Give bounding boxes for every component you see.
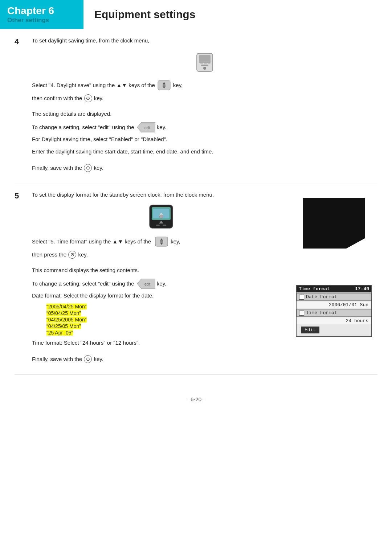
step4-select-line: Select "4. Daylight save" using the ▲▼ k… <box>32 80 377 91</box>
date-opt-3: “04/25/2005 Mon” <box>46 317 87 323</box>
phone-handset-icon <box>194 52 216 73</box>
step5-press-line: then press the ⊙ key. <box>32 249 290 260</box>
screen-header-row: Time format 17:40 <box>297 286 371 292</box>
svg-rect-20 <box>163 225 166 226</box>
step5-change-line: To change a setting, select "edit" using… <box>32 278 290 289</box>
title-block: Equipment settings <box>83 0 392 29</box>
svg-rect-5 <box>204 63 207 64</box>
step4-daylight-options: For Daylight saving time, select "Enable… <box>32 135 377 144</box>
chapter-subtitle: Other settings <box>7 17 76 24</box>
step-4-content: To set daylight saving time, from the cl… <box>28 36 377 176</box>
screen-header-value: 17:40 <box>355 286 369 292</box>
nav-device-icon-5-large <box>148 204 174 230</box>
step-5-content: To set the display format for the standb… <box>28 190 290 367</box>
step-4-number: 4 <box>15 36 28 176</box>
step-4-row: 4 To set daylight saving time, from the … <box>15 29 377 183</box>
screen-date-format-label: Date Format <box>306 294 369 300</box>
svg-text:edit: edit <box>144 282 150 286</box>
step5-intro: To set the display format for the standb… <box>32 190 290 199</box>
confirm-key-icon: ⊙ <box>84 94 92 102</box>
step5-time-format-label: Time format: Select "24 hours" or "12 ho… <box>32 338 290 347</box>
screen-date-value-row: 2006/01/01 Sun <box>297 301 371 308</box>
header-bar: Chapter 6 Other settings Equipment setti… <box>0 0 392 29</box>
chapter-label: Chapter 6 <box>7 5 76 17</box>
press-key-icon-5: ⊙ <box>68 251 76 259</box>
step4-confirm-line: then confirm with the ⊙ key. <box>32 93 377 104</box>
screen-date-format-row: Date Format <box>297 293 371 301</box>
device-image-top <box>303 198 365 249</box>
screen-mockup: Time format 17:40 Date Format 2006/01/01… <box>296 285 372 337</box>
screen-edit-row: Edit <box>297 324 371 336</box>
svg-point-24 <box>160 240 163 243</box>
time-format-icon <box>299 311 304 316</box>
step5-command-displays: This command displays the setting conten… <box>32 266 290 275</box>
step-5-row: 5 To set the display format for the stan… <box>15 183 377 374</box>
screen-time-format-label: Time Format <box>306 310 369 316</box>
svg-rect-3 <box>201 65 208 66</box>
screen-header-label: Time format <box>299 286 330 292</box>
svg-text:edit: edit <box>144 126 150 130</box>
page-number: – 6-20 – <box>186 396 206 402</box>
main-content: 4 To set daylight saving time, from the … <box>0 29 392 389</box>
step5-date-format-label: Date format: Select the display format f… <box>32 291 290 300</box>
date-opt-1: “2005/04/25 Mon” <box>46 304 87 309</box>
save-key-icon-4: ⊙ <box>84 164 92 172</box>
nav-device-icon-5 <box>155 236 168 247</box>
nav-device-icon-4 <box>157 80 171 91</box>
svg-point-2 <box>203 67 206 70</box>
date-opt-5: “25 Apr .05” <box>46 330 73 336</box>
step5-save-line: Finally, save with the ⊙ key. <box>32 354 290 365</box>
date-opt-2: “05/04/25 Mon” <box>46 310 81 316</box>
step4-save-line: Finally, save with the ⊙ key. <box>32 163 377 173</box>
edit-key-icon-4: edit <box>137 122 155 132</box>
step4-intro: To set daylight saving time, from the cl… <box>32 36 377 45</box>
screen-time-value-row: 24 hours <box>297 317 371 324</box>
svg-point-18 <box>159 215 163 218</box>
step4-date-entry: Enter the daylight saving time start dat… <box>32 147 377 156</box>
step5-select-line: Select "5. Time format" using the ▲▼ key… <box>32 236 290 247</box>
svg-rect-19 <box>156 225 160 226</box>
step4-change-line: To change a setting, select "edit" using… <box>32 122 377 133</box>
date-format-icon <box>299 295 304 300</box>
step4-setting-details: The setting details are displayed. <box>32 110 377 118</box>
svg-rect-4 <box>200 63 203 64</box>
page-title: Equipment settings <box>94 8 195 21</box>
save-key-icon-5: ⊙ <box>84 355 92 363</box>
step-5-number: 5 <box>15 190 28 367</box>
screen-date-value: 2006/01/01 Sun <box>329 302 368 308</box>
footer: – 6-20 – <box>0 389 392 406</box>
chapter-block: Chapter 6 Other settings <box>0 0 83 29</box>
svg-rect-1 <box>199 55 211 63</box>
step5-date-options: “2005/04/25 Mon” “05/04/25 Mon” “04/25/2… <box>46 304 290 336</box>
screen-time-value: 24 hours <box>346 318 368 324</box>
edit-key-icon-5: edit <box>137 279 155 289</box>
svg-rect-6 <box>208 63 211 64</box>
screen-time-format-row: Time Format <box>297 309 371 317</box>
date-opt-4: “04/25/05 Mon” <box>46 323 81 329</box>
step-5-right: Time format 17:40 Date Format 2006/01/01… <box>290 190 377 367</box>
svg-point-10 <box>163 84 166 87</box>
screen-edit-button: Edit <box>301 327 319 333</box>
